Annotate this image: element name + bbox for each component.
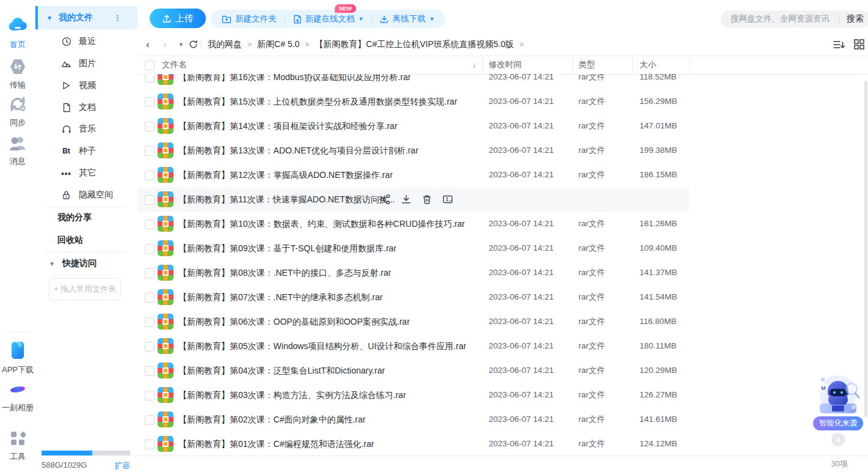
table-row[interactable]: 【新阁教育】第07次课：.NET中的继承和多态机制.rar2023-06-07 … [137, 285, 868, 309]
sidebar-item-videos[interactable]: 视频 [35, 75, 137, 97]
table-row[interactable]: 【新阁教育】第14次课：项目框架设计实战和经验分享.rar2023-06-07 … [137, 114, 868, 138]
file-name[interactable]: 【新阁教育】第11次课：快速掌握ADO.NET数据访问技... [178, 187, 395, 212]
close-icon[interactable]: ✕ [831, 433, 845, 446]
ai-robot-icon[interactable]: M [811, 373, 865, 418]
file-name[interactable]: 【新阁教育】第12次课：掌握高级ADO.NET数据操作.rar [178, 163, 393, 187]
sidebar-item-music[interactable]: 音乐 [35, 118, 137, 140]
table-row[interactable]: 【新阁教育】第13次课：ADO.NET优化与项目分层设计剖析.rar2023-0… [137, 138, 868, 163]
file-name[interactable]: 【新阁教育】第15次课：上位机数据类型分析及通用数据类型转换实现.rar [178, 89, 458, 114]
table-row[interactable]: 【新阁教育】第04次课：泛型集合ListT和Dictionary.rar2023… [137, 358, 868, 383]
row-checkbox[interactable] [145, 146, 155, 156]
table-row[interactable]: 【新阁教育】第12次课：掌握高级ADO.NET数据操作.rar2023-06-0… [137, 163, 868, 187]
column-header-type[interactable]: 类型 [578, 56, 595, 74]
column-header-name[interactable]: 文件名 [162, 56, 187, 74]
table-row[interactable]: 【新阁教育】第02次课：C#面向对象中的属性.rar2023-06-07 14:… [137, 407, 868, 432]
search-input[interactable]: 搜网盘文件、全网资源资讯 搜索 [721, 10, 868, 28]
rail-item-home[interactable]: 首页 [0, 16, 35, 50]
expand-storage-link[interactable]: 扩容 [114, 460, 130, 471]
sidebar-item-documents[interactable]: 文档 [35, 97, 137, 119]
select-all-checkbox[interactable] [145, 61, 155, 70]
delete-icon[interactable] [421, 194, 432, 205]
sidebar-item-recycle-bin[interactable]: 回收站 [57, 235, 83, 246]
rail-item-sync[interactable]: 同步 [0, 95, 35, 128]
file-name[interactable]: 【新阁教育】第05次课：Windows项目结构分析、UI设计和综合事件应用.ra… [178, 334, 466, 358]
file-name[interactable]: 【新阁教育】第02次课：C#面向对象中的属性.rar [178, 407, 365, 432]
file-name[interactable]: 【新阁教育】第01次课：C#编程规范和语法强化.rar [178, 432, 374, 455]
table-row[interactable]: 【新阁教育】第08次课：.NET中的接口、多态与反射.rar2023-06-07… [137, 260, 868, 285]
row-checkbox[interactable] [145, 97, 155, 107]
drop-folder-zone[interactable]: + 拖入常用文件夹 [49, 278, 121, 300]
forward-icon[interactable]: › [163, 34, 167, 55]
file-name[interactable]: 【新阁教育】第13次课：ADO.NET优化与项目分层设计剖析.rar [178, 138, 418, 163]
sidebar-item-my-files[interactable]: ▼ 我的文件 ⋮ [35, 6, 137, 29]
file-name[interactable]: 【新阁教育】第16次课：Modbus协议基础知识及应用分析.rar [178, 74, 410, 89]
table-row[interactable]: 【新阁教育】第09次课：基于T-SQL创建和使用数据库.rar2023-06-0… [137, 236, 868, 260]
history-dropdown-icon[interactable]: ▼ [178, 34, 184, 55]
share-icon[interactable] [380, 194, 391, 205]
table-row[interactable]: 【新阁教育】第05次课：Windows项目结构分析、UI设计和综合事件应用.ra… [137, 334, 868, 358]
rail-item-app-download[interactable]: APP下载 [0, 341, 35, 375]
table-row[interactable]: 【新阁教育】第03次课：构造方法、实例方法及综合练习.rar2023-06-07… [137, 383, 868, 407]
sidebar-item-pictures[interactable]: 图片 [35, 53, 137, 75]
file-name[interactable]: 【新阁教育】第06次课：OOP的基础原则和OOP案例实战.rar [178, 309, 410, 334]
sidebar-item-torrents[interactable]: Bt 种子 [35, 140, 137, 162]
file-name[interactable]: 【新阁教育】第08次课：.NET中的接口、多态与反射.rar [178, 260, 391, 285]
search-button[interactable]: 搜索 [840, 13, 868, 24]
table-row[interactable]: 【新阁教育】第16次课：Modbus协议基础知识及应用分析.rar2023-06… [137, 74, 868, 89]
sidebar-item-recent[interactable]: 最近 [35, 31, 137, 53]
breadcrumb-item[interactable]: 我的网盘 [208, 39, 242, 50]
row-checkbox[interactable] [145, 171, 155, 180]
row-checkbox[interactable] [145, 195, 155, 205]
row-checkbox[interactable] [145, 415, 155, 425]
file-name[interactable]: 【新阁教育】第10次课：数据表、约束、测试数据和各种CRUD操作技巧.rar [178, 212, 465, 236]
new-folder-button[interactable]: 新建文件夹 [222, 13, 277, 24]
rail-item-album[interactable]: 一刻相册 [0, 382, 35, 413]
offline-download-button[interactable]: 离线下载 ▼ [380, 13, 434, 24]
grid-view-icon[interactable] [854, 39, 864, 50]
download-icon[interactable] [401, 194, 412, 205]
file-name[interactable]: 【新阁教育】第14次课：项目框架设计实战和经验分享.rar [178, 114, 398, 138]
row-checkbox[interactable] [145, 366, 155, 376]
table-row[interactable]: 【新阁教育】第11次课：快速掌握ADO.NET数据访问技... [137, 187, 868, 212]
row-checkbox[interactable] [145, 440, 155, 449]
column-header-size[interactable]: 大小 [640, 56, 656, 74]
row-checkbox[interactable] [145, 293, 155, 303]
breadcrumb-item[interactable]: 【新阁教育】C#工控上位机VIP班系统直播视频5.0版 [315, 39, 514, 50]
rename-icon[interactable] [442, 194, 453, 205]
row-checkbox[interactable] [145, 317, 155, 327]
sidebar-item-my-shares[interactable]: 我的分享 [57, 212, 92, 223]
file-name[interactable]: 【新阁教育】第04次课：泛型集合ListT和Dictionary.rar [178, 358, 385, 383]
column-header-modified[interactable]: 修改时间 [489, 56, 522, 74]
table-row[interactable]: 【新阁教育】第10次课：数据表、约束、测试数据和各种CRUD操作技巧.rar20… [137, 212, 868, 236]
row-checkbox[interactable] [145, 219, 155, 229]
row-checkbox[interactable] [145, 342, 155, 352]
sort-desc-arrow-icon[interactable]: ↓ [472, 56, 476, 74]
row-checkbox[interactable] [145, 244, 155, 254]
row-checkbox[interactable] [145, 122, 155, 131]
file-name[interactable]: 【新阁教育】第03次课：构造方法、实例方法及综合练习.rar [178, 383, 406, 407]
rail-item-transfer[interactable]: 传输 [0, 59, 35, 90]
file-size: 186.15MB [640, 163, 677, 187]
kebab-menu-icon[interactable]: ⋮ [114, 13, 122, 23]
refresh-icon[interactable] [189, 34, 198, 55]
quick-access-header[interactable]: ▼ 快捷访问 [35, 257, 137, 270]
vertical-scrollbar[interactable] [864, 81, 867, 417]
file-name[interactable]: 【新阁教育】第07次课：.NET中的继承和多态机制.rar [178, 285, 382, 309]
sidebar-item-hidden-space[interactable]: 隐藏空间 [35, 184, 137, 206]
new-online-doc-button[interactable]: 新建在线文档 ▼ [293, 13, 364, 24]
ai-promo-pill[interactable]: 智能化来袭 [813, 416, 863, 430]
back-icon[interactable]: ‹ [146, 34, 150, 55]
file-name[interactable]: 【新阁教育】第09次课：基于T-SQL创建和使用数据库.rar [178, 236, 396, 260]
table-row[interactable]: 【新阁教育】第15次课：上位机数据类型分析及通用数据类型转换实现.rar2023… [137, 89, 868, 114]
table-row[interactable]: 【新阁教育】第01次课：C#编程规范和语法强化.rar2023-06-07 14… [137, 432, 868, 455]
row-checkbox[interactable] [145, 268, 155, 278]
sort-list-icon[interactable] [833, 40, 845, 50]
row-checkbox[interactable] [145, 74, 155, 83]
upload-button[interactable]: 上传 [150, 9, 206, 28]
rail-item-messages[interactable]: 消息 [0, 135, 35, 167]
sidebar-item-others[interactable]: ••• 其它 [35, 162, 137, 184]
table-row[interactable]: 【新阁教育】第06次课：OOP的基础原则和OOP案例实战.rar2023-06-… [137, 309, 868, 334]
row-checkbox[interactable] [145, 391, 155, 400]
breadcrumb-item[interactable]: 新阁C# 5.0 [257, 39, 299, 50]
rail-item-tools[interactable]: 工具 [0, 430, 35, 462]
